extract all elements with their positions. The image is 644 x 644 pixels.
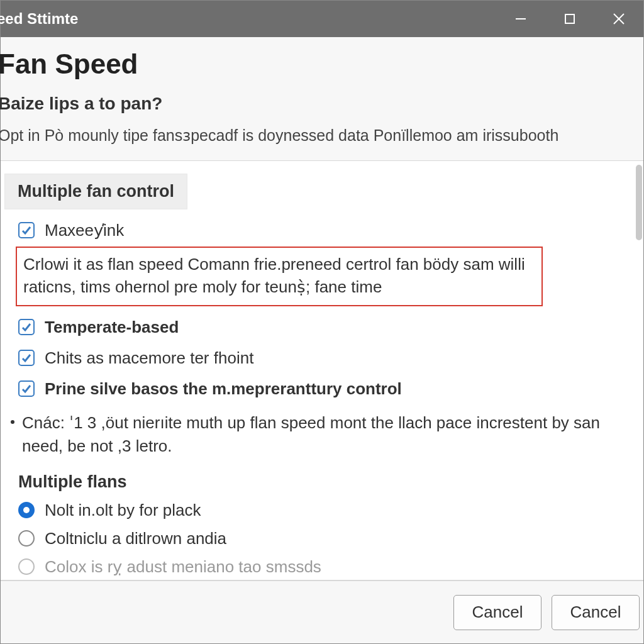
titlebar: eed Sttimte [1, 1, 643, 37]
close-button[interactable] [594, 1, 643, 37]
option-label: Maxeey̕ink [45, 221, 124, 240]
radio-unselected[interactable] [18, 530, 35, 547]
bullet-text: Cnác: ˈ1 3 ,öut nierıite muth up flan sp… [22, 411, 602, 458]
checkbox-maxey[interactable] [18, 222, 35, 238]
checkbox-chits[interactable] [18, 350, 35, 366]
section-heading-multiple-fans: Multiple flans [18, 472, 637, 492]
dialog-footer: Cancel Cancel [1, 580, 643, 643]
option-prine[interactable]: Prine silve basos the m.mepreranttury co… [18, 379, 637, 399]
check-icon [21, 352, 32, 364]
close-icon [612, 12, 626, 26]
option-chits[interactable]: Chits as macemore ter fhoint [18, 348, 637, 368]
radio-selected[interactable] [18, 502, 35, 518]
check-icon [21, 225, 32, 236]
radio-label: Coltniclu a ditlrown andia [45, 529, 226, 548]
settings-window: eed Sttimte Fan Speed Baize lips a to pa… [0, 0, 644, 644]
highlighted-text: Crlowi it as flan speed Comann frie.pren… [23, 253, 535, 299]
svg-rect-1 [565, 14, 574, 23]
cancel-button-2[interactable]: Cancel [552, 595, 640, 630]
cancel-button[interactable]: Cancel [453, 595, 541, 630]
checkbox-prine[interactable] [18, 380, 35, 397]
maximize-icon [564, 13, 576, 25]
checkbox-temperature[interactable] [18, 319, 35, 335]
header-area: Fan Speed Baize lips a to pan? Opt in Pò… [1, 37, 643, 161]
option-label: Prine silve basos the m.mepreranttury co… [45, 379, 402, 399]
bullet-icon [11, 420, 14, 424]
radio-option-2[interactable]: Coltniclu a ditlrown andia [18, 529, 637, 548]
radio-label: Nolt in.olt by for plack [45, 501, 201, 520]
bullet-note: Cnác: ˈ1 3 ,öut nierıite muth up flan sp… [11, 411, 602, 458]
section-heading-fan-control: Multiple fan control [4, 174, 187, 209]
radio-option-1[interactable]: Nolt in.olt by for plack [18, 501, 637, 520]
option-label: Chits as macemore ter fhoint [45, 348, 253, 368]
page-description: Opt in Pò mounly tipe fansɜpecadf is doy… [0, 125, 637, 147]
scrollbar-thumb[interactable] [636, 165, 642, 240]
content-panel: Multiple fan control Maxeey̕ink Crlowi i… [1, 161, 643, 580]
radio-disabled[interactable] [18, 558, 35, 575]
minimize-button[interactable] [496, 1, 545, 37]
highlighted-info-box: Crlowi it as flan speed Comann frie.pren… [16, 247, 543, 306]
radio-label: Colox is rỵ adust meniano tao smssds [45, 557, 321, 577]
option-label: Temperate-based [45, 318, 179, 337]
page-subtitle: Baize lips a to pan? [0, 94, 637, 114]
check-icon [21, 383, 32, 394]
option-maxey[interactable]: Maxeey̕ink [18, 221, 637, 240]
page-title: Fan Speed [0, 48, 637, 80]
check-icon [21, 321, 32, 333]
minimize-icon [514, 13, 527, 25]
divider [1, 580, 643, 580]
maximize-button[interactable] [545, 1, 594, 37]
option-temperature-based[interactable]: Temperate-based [18, 318, 637, 337]
window-title: eed Sttimte [0, 10, 78, 28]
radio-option-3[interactable]: Colox is rỵ adust meniano tao smssds [18, 557, 637, 577]
